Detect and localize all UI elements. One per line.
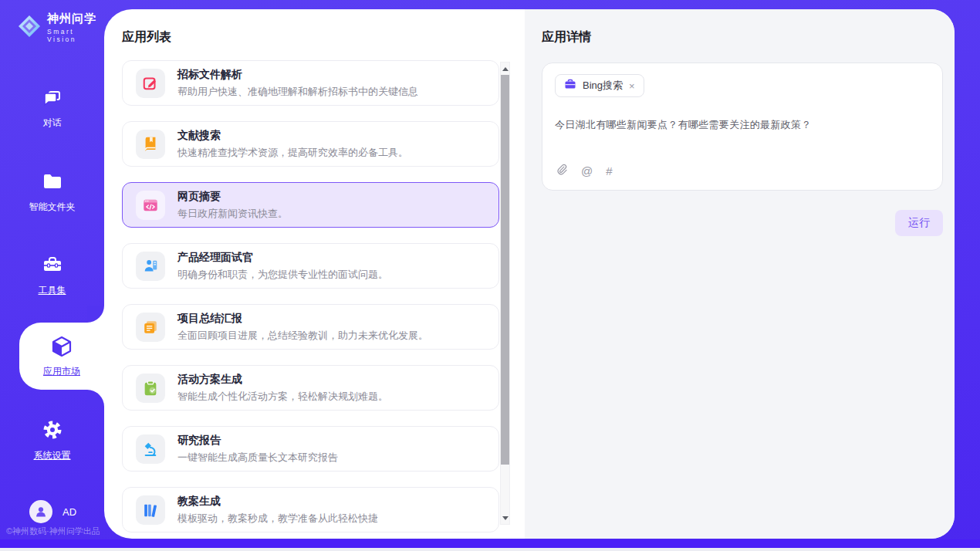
sidebar-item-smart-folder[interactable]: 智能文件夹 (0, 171, 104, 214)
sidebar: 神州问学 Smart Vision 对话 智能文件夹 (0, 0, 104, 551)
app-list-panel: 应用列表 招标文件解析帮助用户快速、准确地理解和解析招标书中的关键信息文献搜索快… (104, 9, 512, 539)
briefcase-icon (564, 78, 576, 93)
app-card-list: 招标文件解析帮助用户快速、准确地理解和解析招标书中的关键信息文献搜索快速精准查找… (122, 60, 499, 532)
gear-icon (42, 419, 63, 443)
app-card[interactable]: 活动方案生成智能生成个性化活动方案，轻松解决规划难题。 (122, 365, 499, 411)
toolbox-icon (42, 254, 63, 278)
edit-doc-icon (136, 69, 165, 98)
book-icon (136, 130, 165, 159)
sidebar-item-app-market[interactable]: 应用市场 (19, 323, 104, 390)
bottom-edge (0, 548, 980, 551)
app-card-description: 每日政府新闻资讯快查。 (177, 207, 288, 221)
app-card-description: 一键智能生成高质量长文本研究报告 (177, 451, 338, 465)
brand-subtitle: Smart Vision (47, 28, 104, 43)
app-card[interactable]: 教案生成模板驱动，教案秒成，教学准备从此轻松快捷 (122, 487, 499, 532)
close-icon[interactable]: × (629, 81, 635, 91)
run-button[interactable]: 运行 (895, 210, 943, 236)
copyright-text: ©神州数码·神州问学出品 (6, 526, 100, 537)
app-card-title: 招标文件解析 (177, 68, 418, 82)
sidebar-item-label: 智能文件夹 (29, 201, 76, 214)
scrollbar-thumb[interactable] (501, 75, 509, 465)
brand-logo: 神州问学 Smart Vision (17, 12, 104, 43)
app-card-title: 教案生成 (177, 495, 378, 509)
sidebar-item-label: 工具集 (39, 284, 66, 297)
query-text[interactable]: 今日湖北有哪些新闻要点？有哪些需要关注的最新政策？ (555, 118, 930, 132)
app-card[interactable]: 招标文件解析帮助用户快速、准确地理解和解析招标书中的关键信息 (122, 60, 499, 106)
microscope-icon (136, 434, 165, 464)
scroll-up-arrow[interactable] (501, 64, 509, 73)
cube-icon (50, 335, 73, 360)
hash-icon[interactable]: # (606, 164, 612, 177)
app-card[interactable]: 项目总结汇报全面回顾项目进展，总结经验教训，助力未来优化发展。 (122, 304, 499, 350)
folder-icon (42, 171, 63, 194)
avatar (29, 500, 52, 523)
tab-curve-top (87, 306, 104, 323)
composer-toolbar: @ # (555, 163, 930, 181)
app-card-title: 文献搜索 (177, 129, 408, 143)
mention-icon[interactable]: @ (581, 164, 593, 177)
clipboard-check-icon (136, 374, 165, 403)
scroll-down-arrow[interactable] (501, 513, 509, 522)
query-composer[interactable]: Bing搜索 × 今日湖北有哪些新闻要点？有哪些需要关注的最新政策？ @ # (542, 63, 943, 191)
tool-tag-label: Bing搜索 (583, 79, 623, 93)
tab-curve-bottom (87, 390, 104, 407)
diamond-logo-icon (17, 14, 42, 42)
app-card-title: 项目总结汇报 (177, 312, 428, 326)
user-id-label: AD (63, 506, 76, 518)
app-card-title: 网页摘要 (177, 190, 288, 204)
brand-name: 神州问学 (47, 12, 104, 26)
app-card-description: 明确身份和职责，为您提供专业性的面试问题。 (177, 268, 388, 282)
user-account[interactable]: AD (29, 500, 76, 523)
tool-tag-bing[interactable]: Bing搜索 × (555, 74, 644, 97)
app-card-title: 研究报告 (177, 434, 338, 448)
sidebar-item-label: 应用市场 (43, 365, 80, 378)
books-icon (136, 495, 165, 525)
app-list-title: 应用列表 (122, 29, 512, 46)
app-card-description: 快速精准查找学术资源，提高研究效率的必备工具。 (177, 146, 408, 160)
run-row: 运行 (542, 210, 943, 236)
sidebar-item-label: 系统设置 (34, 449, 71, 462)
app-detail-panel: 应用详情 Bing搜索 × 今日湖北有哪些新闻要点？有哪些需要关注的最新政策？ (525, 9, 955, 539)
chat-icon (42, 86, 63, 110)
sidebar-item-chat[interactable]: 对话 (0, 86, 104, 130)
app-card[interactable]: 网页摘要每日政府新闻资讯快查。 (122, 182, 499, 228)
app-detail-title: 应用详情 (542, 29, 943, 46)
main-content: 应用列表 招标文件解析帮助用户快速、准确地理解和解析招标书中的关键信息文献搜索快… (104, 9, 955, 539)
interviewer-icon (136, 252, 165, 281)
app-card-description: 模板驱动，教案秒成，教学准备从此轻松快捷 (177, 512, 378, 526)
app-card[interactable]: 文献搜索快速精准查找学术资源，提高研究效率的必备工具。 (122, 121, 499, 167)
attachment-icon[interactable] (555, 163, 568, 179)
app-card-description: 全面回顾项目进展，总结经验教训，助力未来优化发展。 (177, 329, 428, 343)
sidebar-item-label: 对话 (43, 117, 62, 130)
notes-icon (136, 313, 165, 342)
app-list-scrollbar[interactable] (500, 62, 510, 525)
app-card[interactable]: 产品经理面试官明确身份和职责，为您提供专业性的面试问题。 (122, 243, 499, 289)
app-card-title: 活动方案生成 (177, 373, 388, 387)
sidebar-item-toolset[interactable]: 工具集 (0, 254, 104, 297)
app-card-description: 智能生成个性化活动方案，轻松解决规划难题。 (177, 390, 388, 404)
bottom-accent-strip (0, 539, 980, 548)
app-card-description: 帮助用户快速、准确地理解和解析招标书中的关键信息 (177, 85, 418, 99)
sidebar-item-settings[interactable]: 系统设置 (0, 419, 104, 462)
browser-code-icon (136, 191, 165, 220)
app-card[interactable]: 研究报告一键智能生成高质量长文本研究报告 (122, 426, 499, 472)
app-card-title: 产品经理面试官 (177, 251, 388, 265)
